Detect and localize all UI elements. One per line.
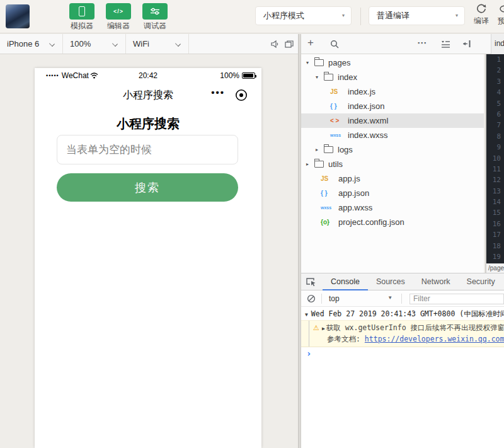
folder-icon (324, 74, 333, 81)
search-input[interactable] (57, 135, 238, 164)
status-bar: ••••• WeChat 20:42 100% (35, 71, 261, 82)
more-icon[interactable]: ⋯ (417, 37, 427, 49)
expand-arrow-icon[interactable]: ▼ (305, 312, 308, 318)
tree-item-app-wxss[interactable]: wxssapp.wxss (301, 200, 484, 215)
arrow-open-icon[interactable]: ▾ (316, 74, 324, 80)
collapse-sidebar-icon[interactable] (462, 40, 471, 48)
zoom-dropdown[interactable]: 100% (63, 34, 126, 54)
tree-item-pages[interactable]: ▾pages (301, 55, 484, 70)
tree-item-index[interactable]: ▾index (301, 70, 484, 84)
devtools-tabbar: ConsoleSourcesNetworkSecurityAppData (301, 273, 504, 290)
open-file-tab[interactable]: index.wxml (491, 34, 504, 54)
chevron-down-icon (49, 41, 55, 47)
line-number: 8 (486, 131, 504, 142)
filetype-icon: wxss (330, 133, 344, 137)
filetype-icon: JS (330, 88, 344, 95)
warning-doc-link[interactable]: https://developers.weixin.qq.com/blo (365, 335, 504, 343)
line-number: 7 (486, 120, 504, 130)
editor-status-path: /pages/index/index.wxml (485, 263, 504, 273)
devtools-panel: ConsoleSourcesNetworkSecurityAppData top… (301, 273, 504, 448)
battery-icon (242, 72, 255, 79)
filetype-icon: { } (330, 103, 344, 110)
devtools-tab-network[interactable]: Network (413, 273, 459, 290)
tree-item-index-wxss[interactable]: wxssindex.wxss (301, 128, 484, 142)
line-number: 5 (486, 98, 504, 109)
console-toolbar: top ▼ (301, 291, 504, 307)
chevron-down-icon: ▾ (342, 7, 345, 25)
warning-text: 获取 wx.getUserInfo 接口后续将不再出现授权弹窗 (326, 323, 504, 332)
code-editor[interactable]: 12345678910111213141516171819 (485, 54, 504, 263)
group-guide-line (309, 321, 309, 347)
filetype-icon: JS (321, 175, 335, 182)
compile-mode-dropdown[interactable]: 普通编译 ▾ (369, 6, 465, 25)
line-number: 17 (486, 229, 504, 240)
chevron-down-icon (112, 41, 118, 47)
add-file-icon[interactable]: + (307, 37, 314, 49)
line-number: 6 (486, 109, 504, 120)
outline-icon[interactable] (441, 40, 450, 48)
devtools-tab-sources[interactable]: Sources (368, 273, 413, 290)
console-filter-input[interactable] (410, 294, 504, 304)
preview-button[interactable]: 预览 (492, 3, 504, 26)
file-label: app.js (338, 174, 360, 183)
line-number: 13 (486, 186, 504, 197)
arrow-closed-icon[interactable]: ▸ (316, 147, 324, 152)
file-label: index.wxml (348, 116, 388, 125)
watermark: .NET (216, 209, 243, 222)
inspect-element-icon[interactable] (306, 277, 316, 287)
console-log-timestamp[interactable]: ▼Wed Feb 27 2019 20:41:43 GMT+0800 (中国标准… (301, 307, 504, 320)
expand-arrow-icon[interactable]: ▶ (322, 326, 325, 331)
chevron-down-icon: ▼ (387, 295, 392, 301)
chevron-down-icon: ▾ (455, 7, 458, 25)
tree-item-project-config-json[interactable]: {o}project.config.json (301, 215, 484, 229)
line-number: 19 (486, 251, 504, 262)
file-label: app.json (338, 188, 369, 198)
line-number: 3 (486, 76, 504, 87)
console-prompt[interactable]: › (301, 347, 504, 358)
filetype-icon: < > (330, 117, 344, 124)
compile-button[interactable]: 编译 (468, 3, 495, 26)
detach-window-icon[interactable] (285, 40, 294, 48)
devtools-tab-security[interactable]: Security (459, 273, 503, 290)
filetype-icon: { } (321, 190, 335, 197)
console-output: ▼Wed Feb 27 2019 20:41:43 GMT+0800 (中国标准… (301, 307, 504, 358)
top-toolbar: 模拟器 </> 编辑器 调试器 小程序模式 ▾ (0, 0, 504, 33)
tree-item-utils[interactable]: ▸utils (301, 157, 484, 171)
tree-item-app-json[interactable]: { }app.json (301, 186, 484, 200)
refresh-icon (468, 3, 495, 14)
context-selector[interactable]: top ▼ (329, 294, 392, 303)
clear-console-icon[interactable] (307, 294, 316, 303)
more-dots-icon[interactable]: ••• (211, 87, 225, 98)
debugger-toggle[interactable]: 调试器 (137, 2, 173, 32)
file-label: index.js (348, 87, 375, 96)
network-dropdown[interactable]: WiFi (126, 34, 189, 54)
devtools-tab-console[interactable]: Console (323, 273, 368, 290)
tree-item-app-js[interactable]: JSapp.js (301, 171, 484, 186)
line-number: 4 (486, 87, 504, 98)
warning-icon: ⚠ (313, 324, 319, 332)
mode-dropdown[interactable]: 小程序模式 ▾ (255, 6, 352, 25)
user-avatar[interactable] (6, 4, 30, 28)
search-button[interactable]: 搜索 (57, 173, 238, 202)
line-number: 1 (486, 54, 504, 65)
search-icon[interactable] (330, 40, 340, 49)
code-icon: </> (106, 3, 131, 20)
sliders-icon (142, 3, 168, 20)
phone-screen: ••••• WeChat 20:42 100% (35, 68, 261, 448)
tree-item-logs[interactable]: ▸logs (301, 142, 484, 157)
view-toggle-group: 模拟器 </> 编辑器 调试器 (64, 2, 173, 32)
file-label: logs (338, 145, 353, 154)
file-label: utils (328, 159, 343, 169)
sound-icon[interactable] (271, 40, 280, 49)
toolbar-divider (360, 8, 361, 25)
arrow-open-icon[interactable]: ▾ (306, 60, 314, 66)
folder-icon (314, 161, 324, 168)
home-capsule-icon[interactable] (235, 89, 248, 101)
simulator-toggle[interactable]: 模拟器 (64, 2, 100, 32)
device-dropdown[interactable]: iPhone 6 (0, 34, 63, 54)
arrow-closed-icon[interactable]: ▸ (306, 161, 314, 167)
tree-item-index-wxml[interactable]: < >index.wxml (301, 113, 484, 128)
editor-toggle[interactable]: </> 编辑器 (100, 2, 137, 32)
tree-item-index-json[interactable]: { }index.json (301, 99, 484, 113)
tree-item-index-js[interactable]: JSindex.js (301, 84, 484, 99)
